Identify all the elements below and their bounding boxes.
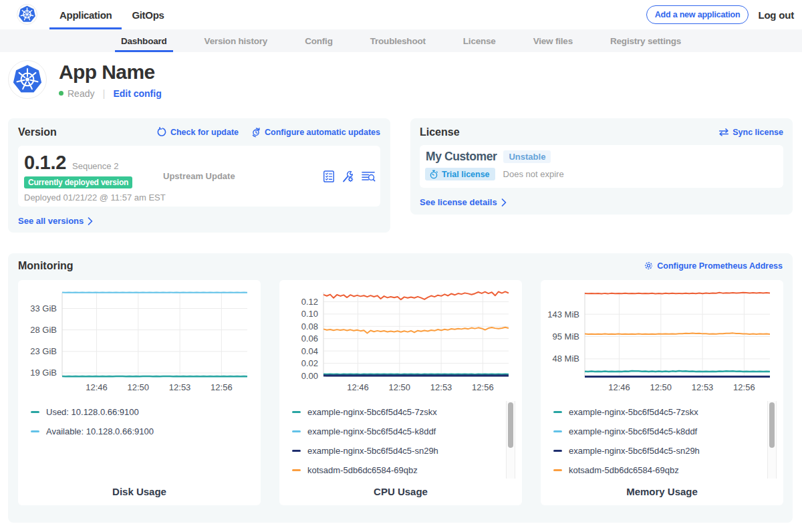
disk-usage-chart: 12:4612:5012:5312:5619 GiB23 GiB28 GiB33… bbox=[18, 280, 261, 394]
app-icon bbox=[8, 60, 47, 99]
legend-item: example-nginx-5bc6f5d4c5-k8ddf bbox=[553, 422, 700, 441]
y-tick-label: 0.04 bbox=[301, 346, 318, 356]
y-tick-label: 0.12 bbox=[301, 297, 318, 307]
y-tick-label: 0.02 bbox=[301, 358, 318, 368]
y-tick-label: 0.00 bbox=[301, 371, 318, 381]
memory-usage-panel: 12:4612:5012:5312:5648 MiB95 MiB143 MiBe… bbox=[541, 280, 783, 505]
nav-tab-gitops[interactable]: GitOps bbox=[122, 0, 174, 29]
legend-item: example-nginx-5bc6f5d4c5-sn29h bbox=[292, 441, 438, 460]
preflight-checks-icon[interactable] bbox=[322, 170, 336, 183]
subnav-tab-label: Config bbox=[305, 36, 333, 46]
legend-dash-icon bbox=[553, 450, 562, 452]
subnav-tab-label: View files bbox=[533, 36, 573, 46]
y-tick-label: 95 MiB bbox=[553, 331, 579, 342]
subnav-tab-license[interactable]: License bbox=[457, 29, 502, 52]
legend-label: Used: 10.128.0.66:9100 bbox=[46, 407, 139, 417]
subnav-tab-troubleshoot[interactable]: Troubleshoot bbox=[364, 29, 432, 52]
check-for-update-label: Check for update bbox=[170, 128, 239, 137]
x-tick-label: 12:50 bbox=[128, 382, 150, 392]
edit-config-icon[interactable] bbox=[342, 170, 355, 183]
chevron-right-icon bbox=[501, 198, 507, 207]
logs-search-icon bbox=[361, 170, 376, 183]
subnav-tab-registry-settings[interactable]: Registry settings bbox=[604, 29, 687, 52]
configure-prometheus-link[interactable]: Configure Prometheus Address bbox=[644, 261, 783, 271]
subnav-tab-label: Registry settings bbox=[610, 36, 681, 46]
x-tick-label: 12:50 bbox=[650, 382, 672, 392]
nav-tab-application[interactable]: Application bbox=[49, 0, 122, 29]
deploy-logs-icon[interactable] bbox=[361, 170, 376, 183]
sync-license-label: Sync license bbox=[732, 128, 783, 137]
customer-name: My Customer bbox=[426, 150, 497, 164]
x-tick-label: 12:56 bbox=[211, 382, 233, 392]
logout-link[interactable]: Log out bbox=[758, 9, 794, 21]
memory-usage-chart: 12:4612:5012:5312:5648 MiB95 MiB143 MiB bbox=[541, 280, 783, 394]
kubernetes-logo[interactable] bbox=[17, 4, 37, 25]
cpu-usage-panel: 12:4612:5012:5312:560.000.020.040.060.08… bbox=[279, 280, 522, 505]
check-for-update-link[interactable]: Check for update bbox=[157, 127, 239, 137]
cpu-usage-legend: example-nginx-5bc6f5d4c5-7zskxexample-ng… bbox=[292, 402, 438, 480]
see-all-versions-label: See all versions bbox=[18, 216, 84, 226]
deployed-timestamp: Deployed 01/21/22 @ 11:57 am EST bbox=[24, 192, 166, 203]
subnav-tab-dashboard[interactable]: Dashboard bbox=[115, 29, 173, 52]
subnav-tab-config[interactable]: Config bbox=[299, 29, 339, 52]
current-version-panel: 0.1.2 Sequence 2 Currently deployed vers… bbox=[18, 146, 380, 207]
legend-label: kotsadm-5db6dc6584-69qbz bbox=[307, 465, 418, 475]
x-tick-label: 12:46 bbox=[608, 382, 630, 392]
configure-automatic-updates-link[interactable]: Configure automatic updates bbox=[251, 127, 380, 138]
sync-license-link[interactable]: Sync license bbox=[718, 128, 783, 137]
see-license-details-label: See license details bbox=[420, 197, 497, 207]
add-application-button[interactable]: Add a new application bbox=[646, 5, 749, 24]
chevron-right-icon bbox=[88, 217, 93, 225]
legend-label: example-nginx-5bc6f5d4c5-7zskx bbox=[307, 407, 437, 417]
subnav-tab-version-history[interactable]: Version history bbox=[198, 29, 274, 52]
legend-scrollbar[interactable] bbox=[767, 401, 777, 479]
see-license-details-link[interactable]: See license details bbox=[420, 197, 507, 207]
legend-item: kotsadm-5db6dc6584-69qbz bbox=[292, 460, 438, 480]
legend-dash-icon bbox=[553, 411, 562, 413]
status-divider: | bbox=[102, 88, 105, 99]
x-tick-label: 12:46 bbox=[86, 382, 108, 392]
y-tick-label: 0.06 bbox=[301, 334, 318, 344]
legend-scrollbar[interactable] bbox=[506, 401, 515, 479]
dashboard-cards-row: Version Check for update bbox=[0, 118, 802, 253]
legend-dash-icon bbox=[292, 450, 301, 452]
disk-usage-panel: 12:4612:5012:5312:5619 GiB23 GiB28 GiB33… bbox=[18, 280, 261, 505]
legend-scrollbar-thumb[interactable] bbox=[769, 402, 775, 448]
schedule-update-icon bbox=[251, 127, 261, 138]
y-tick-label: 33 GiB bbox=[30, 303, 57, 313]
version-source-label: Upstream Update bbox=[163, 171, 235, 181]
x-tick-label: 12:53 bbox=[430, 382, 452, 392]
see-all-versions-link[interactable]: See all versions bbox=[18, 216, 93, 226]
edit-config-link[interactable]: Edit config bbox=[113, 88, 161, 99]
subnav-tab-label: Version history bbox=[205, 36, 268, 46]
subnav-tab-view-files[interactable]: View files bbox=[527, 29, 579, 52]
legend-item: example-nginx-5bc6f5d4c5-7zskx bbox=[292, 402, 438, 422]
x-tick-label: 12:56 bbox=[472, 382, 494, 392]
version-card-title: Version bbox=[18, 126, 57, 138]
kubernetes-logo-icon bbox=[18, 5, 36, 23]
monitoring-title: Monitoring bbox=[18, 260, 74, 272]
disk-usage-title: Disk Usage bbox=[18, 486, 261, 497]
legend-dash-icon bbox=[553, 430, 562, 432]
status-dot-icon bbox=[59, 91, 63, 96]
gear-icon bbox=[644, 261, 654, 271]
series-line bbox=[323, 327, 509, 334]
app-status-row: Ready | Edit config bbox=[59, 88, 162, 99]
configure-automatic-updates-label: Configure automatic updates bbox=[265, 128, 380, 137]
license-type-badge: Trial license bbox=[425, 168, 495, 180]
legend-dash-icon bbox=[553, 469, 562, 471]
app-subnav: DashboardVersion historyConfigTroublesho… bbox=[0, 29, 802, 52]
app-name-title: App Name bbox=[59, 61, 155, 84]
legend-item: Used: 10.128.0.66:9100 bbox=[31, 402, 154, 422]
legend-item: example-nginx-5bc6f5d4c5-sn29h bbox=[553, 441, 700, 460]
y-tick-label: 143 MiB bbox=[547, 309, 579, 319]
license-card-title: License bbox=[420, 126, 460, 138]
disk-usage-legend: Used: 10.128.0.66:9100Available: 10.128.… bbox=[31, 402, 154, 441]
license-details-panel: My Customer Unstable Trial license bbox=[420, 145, 783, 188]
legend-scrollbar-thumb[interactable] bbox=[508, 402, 513, 448]
legend-label: example-nginx-5bc6f5d4c5-k8ddf bbox=[307, 426, 436, 436]
legend-label: example-nginx-5bc6f5d4c5-sn29h bbox=[307, 446, 438, 456]
legend-item: kotsadm-5db6dc6584-69qbz bbox=[553, 460, 700, 480]
x-tick-label: 12:53 bbox=[692, 382, 714, 392]
version-card: Version Check for update bbox=[8, 118, 390, 233]
